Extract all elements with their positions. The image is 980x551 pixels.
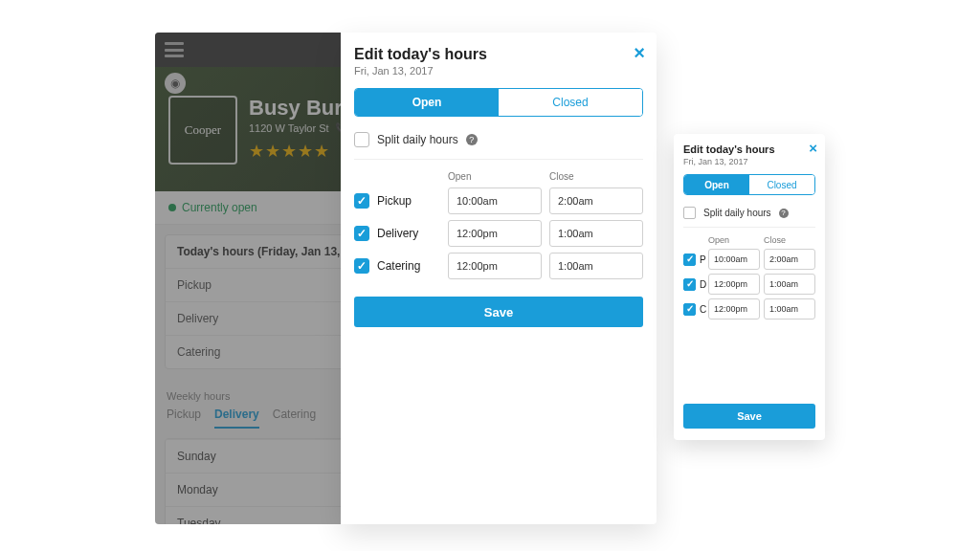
- day-row[interactable]: Tuesday: [166, 506, 341, 524]
- restaurant-hero: ◉ Cooper Busy Burger 1120 W Taylor St 📞 …: [155, 67, 341, 191]
- hours-row-delivery: Delivery: [354, 220, 643, 247]
- restaurant-address: 1120 W Taylor St 📞 (312) 22: [249, 122, 341, 135]
- delivery-checkbox[interactable]: [683, 278, 696, 291]
- service-label: P: [700, 254, 706, 265]
- pickup-close-input[interactable]: [764, 249, 815, 270]
- service-label: Pickup: [377, 194, 412, 208]
- split-hours-row[interactable]: Split daily hours ?: [354, 128, 643, 160]
- close-icon[interactable]: ×: [634, 42, 645, 64]
- catering-close-input[interactable]: [549, 253, 643, 279]
- column-close-label: Close: [764, 235, 815, 245]
- toggle-closed[interactable]: Closed: [749, 175, 814, 194]
- save-button[interactable]: Save: [683, 404, 815, 429]
- hours-row-catering: C: [683, 298, 815, 320]
- weekly-tabs: Pickup Delivery Catering: [155, 408, 341, 434]
- delivery-close-input[interactable]: [764, 274, 815, 295]
- column-close-label: Close: [549, 171, 643, 182]
- info-icon[interactable]: ?: [779, 209, 789, 218]
- info-icon[interactable]: ?: [466, 134, 478, 145]
- hours-row-pickup: Pickup: [354, 187, 643, 214]
- app-backdrop: ◉ Cooper Busy Burger 1120 W Taylor St 📞 …: [155, 33, 341, 524]
- delivery-close-input[interactable]: [549, 220, 643, 247]
- camera-icon[interactable]: ◉: [165, 73, 186, 94]
- open-status: Currently open: [155, 191, 341, 225]
- weekly-hours-label: Weekly hours: [155, 379, 341, 408]
- hours-row-pickup: P: [683, 249, 815, 270]
- modal-date: Fri, Jan 13, 2017: [683, 157, 815, 166]
- hours-row-delivery: D: [683, 274, 815, 295]
- menu-icon[interactable]: [165, 42, 184, 57]
- split-hours-checkbox[interactable]: [683, 207, 696, 219]
- pickup-open-input[interactable]: [708, 249, 760, 270]
- pickup-open-input[interactable]: [448, 187, 542, 214]
- service-label: Catering: [377, 259, 420, 273]
- delivery-open-input[interactable]: [708, 274, 760, 295]
- modal-date: Fri, Jan 13, 2017: [354, 65, 643, 77]
- restaurant-name: Busy Burger: [249, 96, 341, 121]
- pickup-close-input[interactable]: [549, 187, 643, 214]
- service-label: D: [700, 279, 706, 290]
- catering-open-input[interactable]: [708, 298, 760, 320]
- tab-delivery[interactable]: Delivery: [214, 408, 259, 429]
- split-hours-label: Split daily hours: [703, 208, 771, 218]
- modal-title: Edit today's hours: [354, 46, 643, 63]
- split-hours-checkbox[interactable]: [354, 132, 369, 147]
- column-open-label: Open: [448, 171, 542, 182]
- service-row-pickup[interactable]: Pickup: [166, 268, 341, 301]
- status-dot-icon: [168, 204, 176, 211]
- catering-close-input[interactable]: [764, 298, 815, 320]
- tab-catering[interactable]: Catering: [273, 408, 316, 429]
- pickup-checkbox[interactable]: [683, 253, 696, 266]
- delivery-checkbox[interactable]: [354, 226, 369, 241]
- split-hours-row[interactable]: Split daily hours ?: [683, 203, 815, 228]
- day-row[interactable]: Monday: [166, 473, 341, 506]
- save-button[interactable]: Save: [354, 297, 643, 327]
- catering-checkbox[interactable]: [683, 303, 696, 316]
- open-closed-toggle: Open Closed: [683, 174, 815, 195]
- rating-stars: ★★★★★: [249, 141, 341, 162]
- catering-checkbox[interactable]: [354, 258, 369, 274]
- toggle-closed[interactable]: Closed: [499, 89, 642, 116]
- column-open-label: Open: [708, 235, 760, 245]
- day-row[interactable]: Sunday: [166, 439, 341, 473]
- pickup-checkbox[interactable]: [354, 193, 369, 209]
- edit-hours-modal: × Edit today's hours Fri, Jan 13, 2017 O…: [341, 33, 657, 524]
- todays-hours-header[interactable]: Today's hours (Friday, Jan 13, 2017): [166, 235, 341, 268]
- edit-hours-modal-compact: × Edit today's hours Fri, Jan 13, 2017 O…: [674, 134, 825, 440]
- hours-row-catering: Catering: [354, 253, 643, 279]
- tab-pickup[interactable]: Pickup: [167, 408, 201, 429]
- service-label: Delivery: [377, 227, 418, 240]
- service-label: C: [700, 304, 706, 315]
- todays-hours-card: Today's hours (Friday, Jan 13, 2017) Pic…: [165, 234, 341, 369]
- modal-title: Edit today's hours: [683, 143, 815, 155]
- catering-open-input[interactable]: [448, 253, 542, 279]
- service-row-delivery[interactable]: Delivery: [166, 301, 341, 335]
- toggle-open[interactable]: Open: [355, 89, 499, 116]
- toggle-open[interactable]: Open: [684, 175, 749, 194]
- split-hours-label: Split daily hours: [377, 133, 458, 146]
- app-topbar: [155, 33, 341, 67]
- close-icon[interactable]: ×: [809, 140, 817, 156]
- restaurant-logo: Cooper: [168, 96, 237, 165]
- delivery-open-input[interactable]: [448, 220, 542, 247]
- open-closed-toggle: Open Closed: [354, 88, 643, 117]
- service-row-catering[interactable]: Catering: [166, 335, 341, 368]
